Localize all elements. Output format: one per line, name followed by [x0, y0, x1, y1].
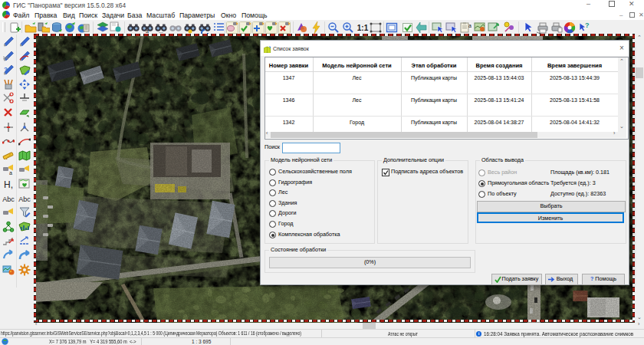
svg-text:...: ...	[159, 28, 163, 34]
svg-text:1:1: 1:1	[357, 24, 369, 32]
svg-text:Abc: Abc	[2, 196, 15, 203]
svg-text:a: a	[468, 23, 472, 28]
svg-text:Abc: Abc	[18, 196, 31, 203]
svg-text:?: ?	[4, 66, 8, 73]
svg-text:H,: H,	[4, 179, 13, 190]
svg-text:a: a	[9, 170, 12, 176]
svg-text:?: ?	[585, 21, 590, 29]
svg-text:a: a	[146, 28, 149, 34]
